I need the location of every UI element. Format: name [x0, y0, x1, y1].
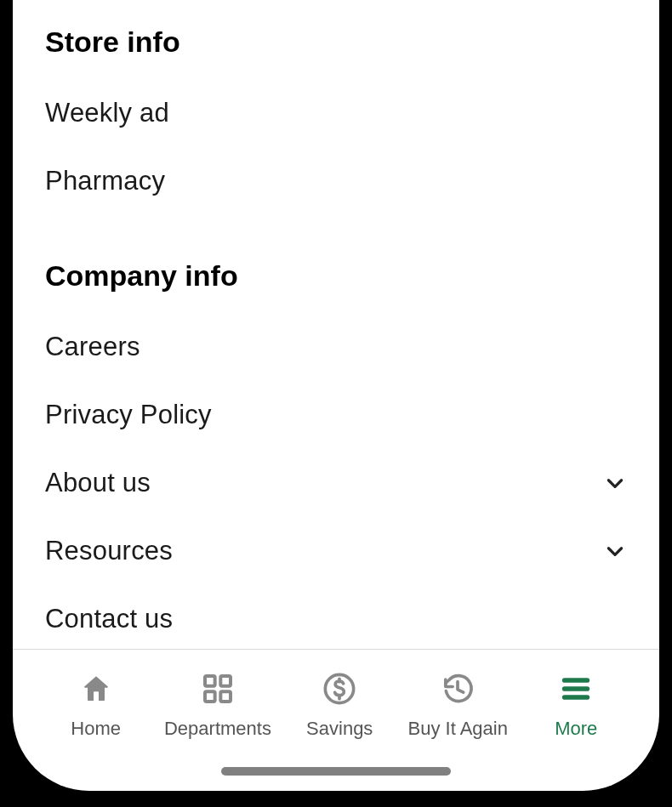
svg-rect-3 — [220, 691, 231, 702]
home-icon — [79, 672, 113, 706]
chevron-down-icon — [603, 539, 627, 563]
tab-label: Departments — [164, 718, 271, 740]
grid-icon — [201, 672, 235, 706]
menu-item-about-us[interactable]: About us — [45, 449, 627, 517]
menu-item-weekly-ad[interactable]: Weekly ad — [45, 79, 627, 147]
menu-item-label: Contact us — [45, 604, 173, 634]
menu-item-careers[interactable]: Careers — [45, 313, 627, 381]
tab-departments[interactable]: Departments — [164, 672, 271, 740]
tab-buy-it-again[interactable]: Buy It Again — [408, 672, 508, 740]
tab-home[interactable]: Home — [49, 672, 143, 740]
dollar-icon — [322, 672, 356, 706]
tab-label: Home — [71, 718, 121, 740]
menu-item-label: Pharmacy — [45, 166, 165, 196]
svg-rect-1 — [220, 676, 231, 686]
menu-item-pharmacy[interactable]: Pharmacy — [45, 147, 627, 215]
tab-label: More — [555, 718, 597, 740]
menu-item-resources[interactable]: Resources — [45, 517, 627, 585]
menu-item-contact-us[interactable]: Contact us — [45, 585, 627, 649]
bottom-tab-bar: Home Departments Savings Buy It Again — [13, 649, 659, 791]
menu-item-label: About us — [45, 468, 151, 498]
tab-label: Savings — [306, 718, 373, 740]
history-icon — [441, 672, 475, 706]
svg-rect-2 — [205, 691, 215, 702]
menu-item-label: Privacy Policy — [45, 400, 212, 430]
home-indicator — [221, 767, 451, 776]
tab-savings[interactable]: Savings — [293, 672, 386, 740]
company-info-heading: Company info — [45, 259, 627, 293]
menu-item-label: Resources — [45, 536, 173, 566]
menu-item-label: Weekly ad — [45, 98, 169, 128]
tab-more[interactable]: More — [529, 672, 623, 740]
store-info-heading: Store info — [45, 26, 627, 59]
menu-icon — [559, 672, 593, 706]
menu-item-privacy-policy[interactable]: Privacy Policy — [45, 381, 627, 449]
more-menu-content: Store info Weekly ad Pharmacy Company in… — [13, 0, 659, 649]
chevron-down-icon — [603, 471, 627, 495]
menu-item-label: Careers — [45, 332, 140, 362]
svg-rect-0 — [205, 676, 215, 686]
tab-label: Buy It Again — [408, 718, 508, 740]
